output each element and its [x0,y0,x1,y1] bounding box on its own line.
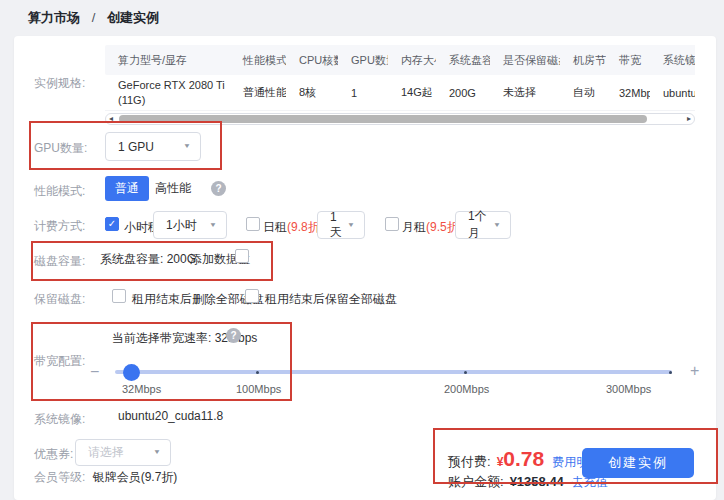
chevron-down-icon: ▼ [209,221,217,228]
breadcrumb-market[interactable]: 算力市场 [28,10,80,25]
gpu-count-label: GPU数量: [34,140,87,157]
member-level-value: 银牌会员(9.7折) [93,470,178,484]
bandwidth-plus-button[interactable]: + [690,363,699,379]
chevron-down-icon: ▼ [347,221,355,228]
prepay-row: 预付费: ¥ 0.78 费用明细 [448,447,600,471]
coupon-placeholder: 请选择 [88,444,124,461]
col-header: 内存大小 [388,53,436,68]
system-image-label: 系统镜像: [34,411,85,428]
instance-spec-label: 实例规格: [34,75,85,92]
col-header: 系统镜像 [650,53,695,68]
cell-performance: 普通性能 [230,85,286,100]
bandwidth-slider-track[interactable] [115,370,672,374]
performance-high-button[interactable]: 高性能 [149,176,197,201]
cell-retain-disk: 未选择 [490,85,560,100]
tick-label-32mbps: 32Mbps [122,383,161,395]
delete-all-disks-checkbox[interactable] [112,289,126,303]
col-header: GPU数量 [338,53,388,68]
col-header: 算力型号/显存 [105,53,230,68]
chevron-down-icon: ▼ [183,143,191,150]
bandwidth-help-icon[interactable]: ? [226,328,241,343]
monthly-duration-value: 1个月 [468,208,493,242]
col-header: 机房节点 [560,53,606,68]
system-disk-text: 系统盘容量: 200G [100,251,196,268]
member-level-label: 会员等级: [34,470,85,484]
bandwidth-label: 带宽配置: [34,353,85,370]
spec-table: 算力型号/显存 性能模式 CPU核数 GPU数量 内存大小 系统盘容量 是否保留… [105,45,695,111]
breadcrumb-create-instance: 创建实例 [107,10,159,25]
chevron-down-icon: ▼ [153,449,161,456]
col-header: 系统盘容量 [436,53,490,68]
daily-rent-checkbox[interactable] [246,217,260,231]
cell-gpu-model: GeForce RTX 2080 Ti (11G) [105,78,230,107]
currency-symbol: ¥ [497,455,504,469]
monthly-rent-label: 月租(9.5折) [402,219,463,236]
keep-all-disks-checkbox[interactable] [245,289,259,303]
daily-rent-label: 日租(9.8折) [263,219,324,236]
cell-memory: 14G起 [388,85,436,100]
bandwidth-minus-button[interactable]: − [90,364,99,380]
performance-help-icon[interactable]: ? [211,181,226,196]
cell-image: ubuntu20_cuda11.8 [650,87,695,99]
slider-tick-200 [464,371,467,374]
disk-capacity-label: 磁盘容量: [34,253,85,270]
gpu-count-select[interactable]: 1 GPU ▼ [105,132,201,161]
system-image-value: ubuntu20_cuda11.8 [118,409,223,423]
tick-label-100mbps: 100Mbps [236,383,281,395]
cell-bandwidth: 32Mbps [606,87,650,99]
prepay-amount: 0.78 [503,447,544,471]
daily-duration-value: 1天 [330,210,347,241]
balance-label: 账户金额: [448,473,504,491]
col-header: 是否保留磁盘 [490,53,560,68]
daily-duration-select[interactable]: 1天 ▼ [317,211,365,239]
performance-mode-label: 性能模式: [34,183,85,200]
breadcrumb-separator: / [92,10,96,25]
bandwidth-slider-handle[interactable] [123,364,140,381]
performance-normal-button[interactable]: 普通 [105,176,149,201]
monthly-duration-select[interactable]: 1个月 ▼ [455,211,511,239]
col-header: CPU核数 [286,53,338,68]
coupon-label: 优惠券: [34,446,73,463]
retain-disk-label: 保留磁盘: [34,291,85,308]
cell-cpu-cores: 8核 [286,85,338,100]
cell-system-disk: 200G [436,87,490,99]
col-header: 性能模式 [230,53,286,68]
prepay-label: 预付费: [448,453,491,471]
hourly-duration-value: 1小时 [166,217,197,234]
billing-method-label: 计费方式: [34,218,85,235]
chevron-down-icon: ▼ [493,221,501,228]
scroll-left-icon[interactable]: ◂ [109,114,113,124]
slider-tick-300 [669,371,672,374]
keep-all-disks-label: 租用结束后保留全部磁盘 [265,291,397,308]
hourly-duration-select[interactable]: 1小时 ▼ [153,211,227,239]
scroll-right-icon[interactable]: ▸ [687,114,691,124]
monthly-rent-checkbox[interactable] [385,217,399,231]
member-level-line: 会员等级: 银牌会员(9.7折) [34,469,177,486]
tick-label-300mbps: 300Mbps [606,383,651,395]
spec-table-row[interactable]: GeForce RTX 2080 Ti (11G) 普通性能 8核 1 14G起… [105,75,695,111]
create-instance-panel: 实例规格: GPU数量: 性能模式: 计费方式: 磁盘容量: 保留磁盘: 带宽配… [14,36,716,500]
breadcrumb: 算力市场 / 创建实例 [28,9,159,27]
cell-gpu-count: 1 [338,87,388,99]
spec-table-header: 算力型号/显存 性能模式 CPU核数 GPU数量 内存大小 系统盘容量 是否保留… [105,45,695,75]
gpu-count-value: 1 GPU [118,140,154,154]
col-header: 带宽 [606,53,650,68]
scrollbar-thumb[interactable] [119,115,647,123]
slider-tick-100 [256,371,259,374]
coupon-select[interactable]: 请选择 ▼ [75,439,171,466]
table-scrollbar[interactable]: ◂ ▸ [105,113,695,125]
hourly-rent-checkbox[interactable]: ✓ [105,217,119,231]
add-data-disk-checkbox[interactable] [235,249,249,263]
create-instance-button[interactable]: 创建实例 [582,448,694,478]
cell-node: 自动 [560,85,606,100]
check-icon: ✓ [108,219,116,229]
balance-amount: ¥1358.44 [510,474,564,489]
tick-label-200mbps: 200Mbps [444,383,489,395]
